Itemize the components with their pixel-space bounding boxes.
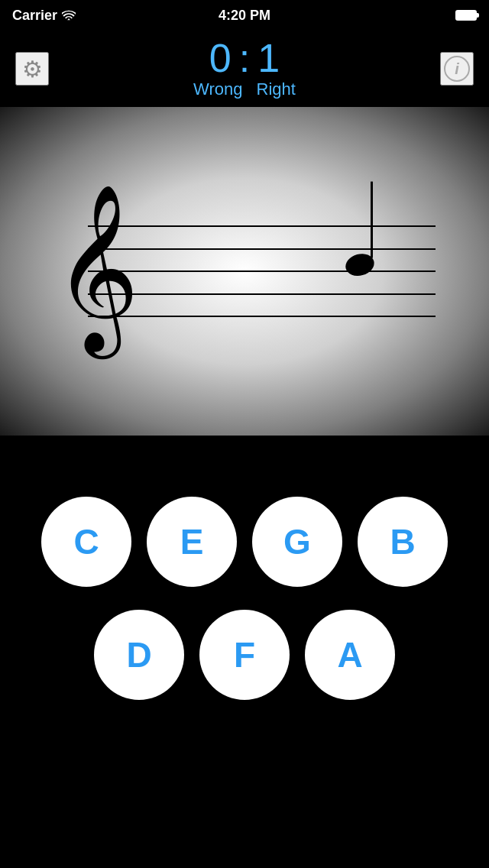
staff-area: 𝄞 [0,107,489,436]
note-button-A[interactable]: A [305,610,395,700]
bottom-section: C E G B D F A [0,474,489,715]
battery-area [455,10,477,21]
staff-line-5 [88,316,436,317]
staff-lines [88,225,436,317]
staff-line-3 [88,270,436,272]
right-label: Right [257,79,296,99]
right-score: 1 [257,38,280,78]
note-button-C[interactable]: C [41,497,131,587]
note-row-1: C E G B [15,497,474,587]
note-button-D[interactable]: D [94,610,184,700]
score-display: 0 : 1 Wrong Right [193,38,296,99]
staff-line-2 [88,248,436,250]
note-button-E[interactable]: E [147,497,237,587]
carrier-label: Carrier [12,8,76,24]
note-button-F[interactable]: F [199,610,290,700]
status-bar: Carrier 4:20 PM [0,0,489,31]
note-group [345,254,374,276]
battery-icon [455,10,477,21]
mid-spacer [0,436,489,474]
note-button-G[interactable]: G [252,497,342,587]
info-button[interactable]: i [440,52,474,86]
staff-line-1 [88,225,436,227]
wrong-score: 0 [209,38,232,78]
info-icon: i [444,56,470,82]
header: ⚙ 0 : 1 Wrong Right i [0,31,489,107]
score-colon: : [239,38,250,78]
wifi-icon [62,10,76,21]
gear-icon: ⚙ [22,56,43,83]
settings-button[interactable]: ⚙ [15,52,49,86]
note-row-2: D F A [15,610,474,700]
staff-line-4 [88,293,436,295]
status-time: 4:20 PM [219,8,270,24]
wrong-label: Wrong [193,79,242,99]
staff-inner: 𝄞 [46,180,443,363]
note-button-B[interactable]: B [358,497,448,587]
note-stem [371,182,373,258]
